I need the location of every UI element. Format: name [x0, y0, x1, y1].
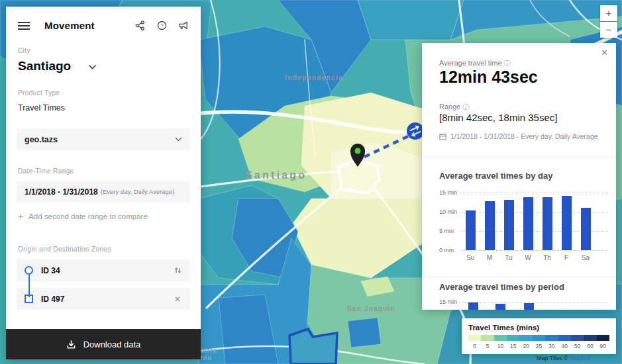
legend-swatch [494, 335, 507, 341]
legend-tick: 10 [494, 343, 507, 349]
zone-dataset-select[interactable]: geo.tazs [17, 128, 190, 150]
origin-zone-row[interactable]: ID 34 [17, 259, 190, 281]
day-ytick-label: 5 min [439, 228, 454, 234]
remove-zone-icon[interactable]: ✕ [173, 295, 182, 304]
download-icon [66, 340, 76, 349]
legend-tick: 50 [571, 343, 584, 349]
legend-swatch [507, 335, 519, 341]
legend-tick: 40 [558, 343, 571, 349]
zone-connector-line [28, 275, 30, 297]
day-xcat-label: Sa [578, 254, 594, 261]
legend-tick: 5 [481, 343, 493, 349]
swap-zones-icon[interactable] [173, 266, 182, 275]
day-bar-F [562, 196, 572, 250]
legend-swatch [468, 335, 481, 341]
map-attribution: Map Tiles © Mapbox [537, 355, 591, 361]
city-selector[interactable]: Santiago [18, 59, 189, 73]
svg-text:?: ? [160, 23, 163, 28]
map-zoom-controls: + − [600, 5, 617, 38]
day-xcat-label: Tu [501, 254, 517, 261]
legend-swatch [545, 335, 558, 341]
legend-tick: 15 [507, 343, 519, 349]
day-ytick-label: 10 min [439, 208, 457, 215]
range-label: Rangeⓘ [439, 103, 469, 112]
calendar-icon [439, 133, 446, 140]
map-label-san-joaquin: San Joaquin [347, 305, 395, 312]
sidebar: Movement ? [6, 7, 201, 359]
info-icon[interactable]: ⓘ [504, 60, 511, 67]
day-xcat-label: F [558, 254, 574, 261]
legend-tick: 0 [468, 343, 481, 349]
period-bar [524, 303, 534, 310]
plus-icon: + [18, 212, 23, 220]
zones-label: Origin and Destination Zones [18, 246, 189, 253]
panel-close-icon[interactable]: ✕ [601, 48, 608, 58]
day-bar-Sa [581, 208, 591, 250]
legend-swatch [584, 335, 596, 341]
day-bar-Su [466, 210, 476, 250]
app-window: Independencia Santiago San Joaquin Aguir… [0, 0, 622, 364]
day-chart-bars [460, 193, 608, 250]
day-ytick-label: 15 min [439, 189, 457, 196]
chevron-down-icon [175, 137, 182, 142]
add-second-date-range-label: Add second date range to compare [28, 212, 148, 220]
add-second-date-range-button[interactable]: + Add second date range to compare [18, 212, 189, 220]
destination-zone-row[interactable]: ID 497 ✕ [17, 288, 190, 310]
zone-rows: ID 34 ID 497 ✕ [17, 259, 190, 310]
attribution-link[interactable]: Mapbox [570, 355, 591, 361]
legend-swatch [481, 335, 493, 341]
zoom-in-button[interactable]: + [600, 5, 617, 21]
average-travel-time-value: 12min 43sec [439, 68, 538, 87]
day-xcat-label: Su [462, 254, 478, 261]
day-chart: 15 min10 min5 min0 minSuMTuWThFSa [422, 193, 616, 267]
sidebar-header: Movement ? [6, 7, 201, 31]
origin-circle-icon [25, 266, 33, 275]
date-range-value: 1/1/2018 - 1/31/2018 [25, 187, 98, 197]
day-bar-W [523, 197, 533, 250]
origin-zone-id: ID 34 [41, 266, 173, 275]
average-travel-time-label: Average travel timeⓘ [439, 59, 511, 68]
date-range-detail: (Every day, Daily Average) [101, 188, 175, 195]
legend-tick: 60 [584, 343, 596, 349]
day-chart-title: Average travel times by day [439, 171, 553, 181]
travel-times-legend: Travel Times (mins) 05101520253040506090 [462, 318, 616, 354]
legend-color-scale [468, 335, 609, 341]
legend-swatch [571, 335, 584, 341]
zoom-out-button[interactable]: − [600, 22, 617, 38]
divider [422, 157, 616, 158]
period-chart-title: Average travel times by period [439, 282, 564, 292]
app-title: Movement [44, 20, 134, 31]
range-value: [8min 42sec, 18min 35sec] [439, 112, 557, 123]
period-bar [495, 304, 505, 310]
legend-swatch [533, 335, 545, 341]
attribution-text: Map Tiles © [537, 355, 568, 361]
day-bar-Tu [504, 200, 514, 250]
destination-zone-id: ID 497 [41, 295, 173, 304]
period-chart: 15 min [422, 302, 616, 310]
product-type-label: Product Type [18, 89, 189, 97]
divider [422, 277, 616, 277]
day-xcat-label: W [520, 254, 536, 261]
menu-icon[interactable] [18, 22, 30, 30]
date-time-range-label: Date-Time Range [18, 167, 189, 175]
selected-origin-zone[interactable] [338, 160, 380, 193]
day-bar-Th [543, 197, 552, 250]
day-bar-M [485, 201, 495, 250]
day-ytick-label: 0 min [439, 247, 454, 253]
help-icon[interactable]: ? [156, 21, 167, 31]
travel-time-panel: ✕ Average travel timeⓘ 12min 43sec Range… [422, 43, 616, 310]
legend-tick: 20 [519, 343, 532, 349]
panel-date-summary-text: 1/1/2018 - 1/31/2018 - Every day, Daily … [450, 132, 598, 140]
period-gridline [460, 302, 608, 302]
date-range-field[interactable]: 1/1/2018 - 1/31/2018 (Every day, Daily A… [17, 181, 190, 202]
city-value: Santiago [18, 59, 71, 73]
megaphone-icon[interactable] [178, 21, 189, 31]
product-type-value: Travel Times [18, 103, 189, 113]
panel-date-summary: 1/1/2018 - 1/31/2018 - Every day, Daily … [439, 132, 598, 140]
download-data-button[interactable]: Download data [6, 329, 201, 359]
day-gridline [460, 250, 608, 251]
period-bar [468, 302, 478, 310]
info-icon[interactable]: ⓘ [462, 103, 469, 111]
legend-tick: 30 [545, 343, 558, 349]
share-icon[interactable] [134, 21, 145, 31]
